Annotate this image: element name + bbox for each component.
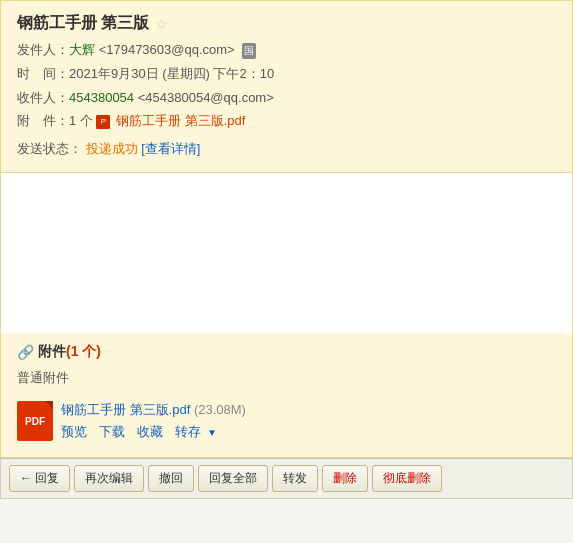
email-header: 钢筋工手册 第三版 ☆ 发件人： 大辉 <179473603@qq.com> 国… bbox=[0, 0, 573, 173]
delete-permanent-button[interactable]: 彻底删除 bbox=[372, 465, 442, 492]
attachment-inline-row: 附 件： 1 个 P 钢筋工手册 第三版.pdf bbox=[17, 111, 556, 132]
recipient-email: <454380054@qq.com> bbox=[138, 90, 274, 105]
pdf-icon-text: PDF bbox=[25, 416, 45, 427]
status-link[interactable]: [查看详情] bbox=[141, 141, 200, 156]
attachment-category: 普通附件 bbox=[17, 369, 556, 387]
attachment-link-inline[interactable]: 钢筋工手册 第三版.pdf bbox=[116, 113, 245, 128]
attachment-section-label: 附件 bbox=[38, 343, 66, 361]
bottom-toolbar: ← 回复 再次编辑 撤回 回复全部 转发 删除 彻底删除 bbox=[0, 458, 573, 499]
attachment-section: 🔗 附件 (1 个) 普通附件 PDF 钢筋工手册 第三版.pdf (23.08… bbox=[0, 333, 573, 458]
attachment-label: 附 件： bbox=[17, 111, 69, 132]
attachment-filename-row: 钢筋工手册 第三版.pdf (23.08M) bbox=[61, 401, 556, 419]
forward-button[interactable]: 转发 bbox=[272, 465, 318, 492]
status-value: 投递成功 bbox=[86, 141, 138, 156]
save-dropdown-arrow[interactable]: ▼ bbox=[207, 427, 217, 438]
attachment-count-inline: 1 个 bbox=[69, 113, 93, 128]
paperclip-icon: 🔗 bbox=[17, 344, 34, 360]
pdf-icon-large: PDF bbox=[17, 401, 53, 441]
sender-email: <179473603@qq.com> bbox=[99, 42, 235, 57]
reply-button[interactable]: ← 回复 bbox=[9, 465, 70, 492]
time-label: 时 间： bbox=[17, 64, 69, 85]
reply-all-button[interactable]: 回复全部 bbox=[198, 465, 268, 492]
save-link[interactable]: 转存 bbox=[175, 423, 201, 441]
attachment-section-count: (1 个) bbox=[66, 343, 101, 361]
recipient-name-link[interactable]: 454380054 bbox=[69, 90, 134, 105]
edit-again-button[interactable]: 再次编辑 bbox=[74, 465, 144, 492]
collect-link[interactable]: 收藏 bbox=[137, 423, 163, 441]
star-icon[interactable]: ☆ bbox=[155, 16, 168, 32]
addr-icon[interactable]: 国 bbox=[242, 43, 256, 59]
from-label: 发件人： bbox=[17, 40, 69, 61]
sender-name-link[interactable]: 大辉 bbox=[69, 42, 95, 57]
preview-link[interactable]: 预览 bbox=[61, 423, 87, 441]
email-subject: 钢筋工手册 第三版 bbox=[17, 13, 149, 34]
time-value: 2021年9月30日 (星期四) 下午2：10 bbox=[69, 64, 556, 85]
delete-button[interactable]: 删除 bbox=[322, 465, 368, 492]
attachment-info: 钢筋工手册 第三版.pdf (23.08M) 预览 下载 收藏 转存 ▼ bbox=[61, 401, 556, 441]
attachment-title: 🔗 附件 (1 个) bbox=[17, 343, 556, 361]
download-link[interactable]: 下载 bbox=[99, 423, 125, 441]
from-row: 发件人： 大辉 <179473603@qq.com> 国 bbox=[17, 40, 556, 61]
attachment-size: (23.08M) bbox=[194, 402, 246, 417]
ask-button[interactable]: 撤回 bbox=[148, 465, 194, 492]
email-body bbox=[0, 173, 573, 333]
email-container: 钢筋工手册 第三版 ☆ 发件人： 大辉 <179473603@qq.com> 国… bbox=[0, 0, 573, 499]
subject-row: 钢筋工手册 第三版 ☆ bbox=[17, 13, 556, 34]
pdf-icon-inline: P bbox=[96, 115, 110, 129]
to-row: 收件人： 454380054 <454380054@qq.com> bbox=[17, 88, 556, 109]
to-label: 收件人： bbox=[17, 88, 69, 109]
time-row: 时 间： 2021年9月30日 (星期四) 下午2：10 bbox=[17, 64, 556, 85]
to-value: 454380054 <454380054@qq.com> bbox=[69, 88, 556, 109]
status-label: 发送状态： bbox=[17, 141, 82, 156]
attachment-item: PDF 钢筋工手册 第三版.pdf (23.08M) 预览 下载 收藏 转存 ▼ bbox=[17, 395, 556, 447]
attachment-filename-link[interactable]: 钢筋工手册 第三版.pdf bbox=[61, 402, 190, 417]
from-value: 大辉 <179473603@qq.com> 国 bbox=[69, 40, 556, 61]
status-row: 发送状态： 投递成功 [查看详情] bbox=[17, 140, 556, 158]
attachment-inline-value: 1 个 P 钢筋工手册 第三版.pdf bbox=[69, 111, 556, 132]
attachment-actions: 预览 下载 收藏 转存 ▼ bbox=[61, 423, 556, 441]
